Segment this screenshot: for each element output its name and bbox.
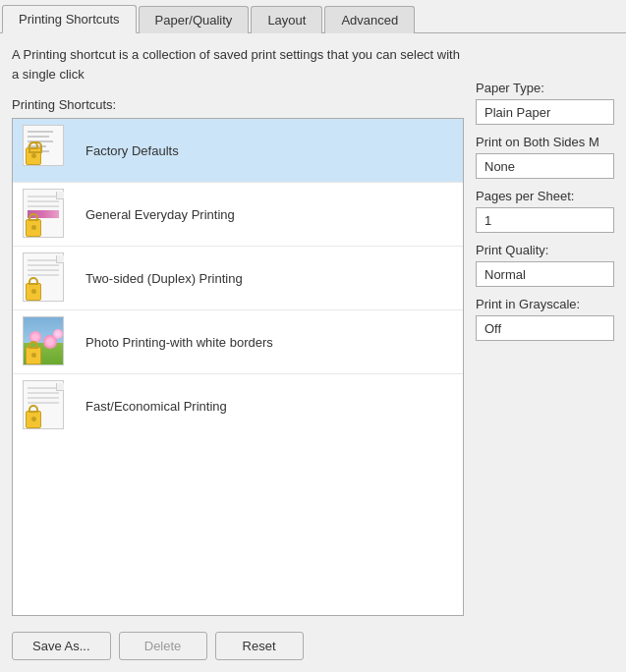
shortcut-icon-two-sided — [23, 252, 74, 304]
pages-per-sheet-label: Pages per Sheet: — [476, 189, 614, 203]
shortcut-item-general-everyday[interactable]: General Everyday Printing — [13, 183, 463, 247]
shortcut-item-fast-economical[interactable]: Fast/Economical Printing — [13, 374, 463, 437]
shortcut-name-two-sided: Two-sided (Duplex) Printing — [85, 271, 243, 286]
left-panel: A Printing shortcut is a collection of s… — [12, 45, 464, 616]
shortcut-item-photo[interactable]: Photo Printing-with white borders — [13, 310, 463, 374]
print-quality-value: Normal — [476, 261, 614, 287]
print-grayscale-value: Off — [476, 315, 614, 341]
description-text: A Printing shortcut is a collection of s… — [12, 45, 464, 84]
print-both-sides-label: Print on Both Sides M — [476, 135, 614, 149]
shortcut-icon-factory — [23, 125, 74, 176]
shortcut-item-two-sided[interactable]: Two-sided (Duplex) Printing — [13, 247, 463, 310]
print-quality-label: Print Quality: — [476, 243, 614, 257]
save-as-button[interactable]: Save As... — [12, 632, 111, 660]
tab-layout[interactable]: Layout — [251, 6, 322, 33]
printer-dialog: Printing Shortcuts Paper/Quality Layout … — [0, 0, 626, 672]
print-grayscale-label: Print in Grayscale: — [476, 297, 614, 311]
shortcut-name-factory-defaults: Factory Defaults — [85, 143, 179, 158]
paper-type-label: Paper Type: — [476, 81, 614, 95]
shortcut-icon-photo — [23, 316, 74, 367]
pages-per-sheet-value: 1 — [476, 207, 614, 233]
shortcut-name-photo: Photo Printing-with white borders — [85, 335, 273, 350]
shortcuts-list: Factory Defaults — [12, 118, 464, 616]
print-both-sides-value: None — [476, 153, 614, 179]
shortcut-name-fast-economical: Fast/Economical Printing — [85, 399, 227, 414]
shortcut-icon-fast — [23, 380, 74, 431]
shortcut-name-general-everyday: General Everyday Printing — [85, 207, 235, 222]
main-content: A Printing shortcut is a collection of s… — [0, 33, 626, 624]
paper-type-value: Plain Paper — [476, 99, 614, 125]
button-bar: Save As... Delete Reset — [0, 624, 626, 672]
tab-bar: Printing Shortcuts Paper/Quality Layout … — [0, 0, 626, 33]
tab-paper-quality[interactable]: Paper/Quality — [139, 6, 250, 33]
tab-advanced[interactable]: Advanced — [324, 6, 415, 33]
delete-button[interactable]: Delete — [119, 632, 207, 660]
shortcut-icon-general — [23, 189, 74, 240]
tab-printing-shortcuts[interactable]: Printing Shortcuts — [2, 5, 137, 33]
shortcuts-label: Printing Shortcuts: — [12, 97, 464, 112]
shortcut-item-factory-defaults[interactable]: Factory Defaults — [13, 119, 463, 183]
right-panel: Paper Type: Plain Paper Print on Both Si… — [476, 45, 614, 616]
reset-button[interactable]: Reset — [215, 632, 304, 660]
